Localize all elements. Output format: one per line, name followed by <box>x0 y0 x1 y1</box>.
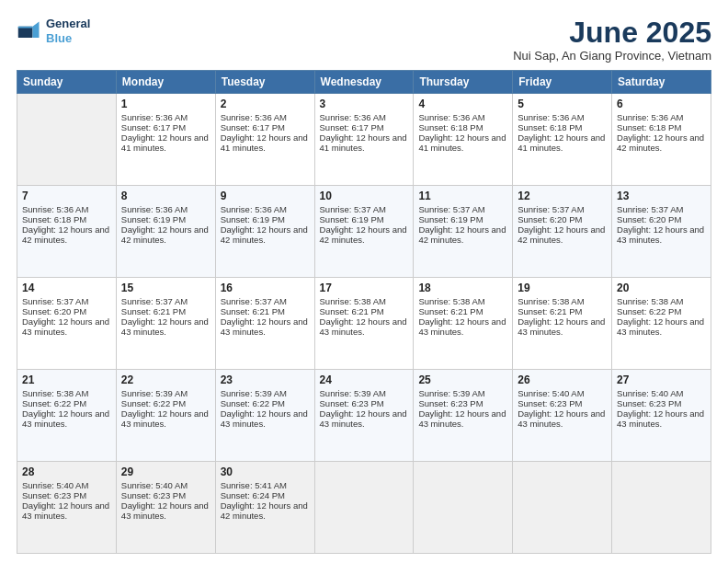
calendar-cell: 12Sunrise: 5:37 AMSunset: 6:20 PMDayligh… <box>513 186 612 278</box>
calendar-cell <box>612 462 711 554</box>
calendar-cell: 27Sunrise: 5:40 AMSunset: 6:23 PMDayligh… <box>612 370 711 462</box>
calendar-cell: 9Sunrise: 5:36 AMSunset: 6:19 PMDaylight… <box>215 186 314 278</box>
col-header-thursday: Thursday <box>414 71 513 94</box>
day-number: 1 <box>121 98 210 110</box>
sunset-text: Sunset: 6:19 PM <box>221 214 310 224</box>
sunrise-text: Sunrise: 5:37 AM <box>418 204 507 214</box>
calendar-cell: 1Sunrise: 5:36 AMSunset: 6:17 PMDaylight… <box>116 94 215 186</box>
calendar-cell: 29Sunrise: 5:40 AMSunset: 6:23 PMDayligh… <box>116 462 215 554</box>
daylight-text: Daylight: 12 hours and 43 minutes. <box>22 408 111 429</box>
daylight-text: Daylight: 12 hours and 43 minutes. <box>22 500 111 521</box>
title-block: June 2025 Nui Sap, An Giang Province, Vi… <box>513 17 711 63</box>
day-number: 5 <box>518 98 607 110</box>
logo-text: General Blue <box>46 17 90 45</box>
day-number: 14 <box>22 282 111 294</box>
sunset-text: Sunset: 6:20 PM <box>518 214 607 224</box>
sunrise-text: Sunrise: 5:36 AM <box>518 112 607 122</box>
sunrise-text: Sunrise: 5:40 AM <box>617 388 706 398</box>
sunrise-text: Sunrise: 5:39 AM <box>121 388 210 398</box>
sunset-text: Sunset: 6:23 PM <box>418 398 507 408</box>
day-number: 8 <box>121 190 210 202</box>
daylight-text: Daylight: 12 hours and 42 minutes. <box>320 224 409 245</box>
sunset-text: Sunset: 6:21 PM <box>418 306 507 316</box>
col-header-sunday: Sunday <box>17 71 117 94</box>
main-title: June 2025 <box>513 17 711 49</box>
sunrise-text: Sunrise: 5:39 AM <box>320 388 409 398</box>
calendar-cell: 17Sunrise: 5:38 AMSunset: 6:21 PMDayligh… <box>314 278 414 370</box>
day-number: 25 <box>418 373 507 386</box>
header: General Blue June 2025 Nui Sap, An Giang… <box>17 17 711 63</box>
sunset-text: Sunset: 6:24 PM <box>221 490 310 500</box>
day-number: 30 <box>221 465 310 478</box>
sunset-text: Sunset: 6:17 PM <box>320 122 409 132</box>
sunset-text: Sunset: 6:22 PM <box>617 306 706 316</box>
daylight-text: Daylight: 12 hours and 43 minutes. <box>418 316 507 337</box>
daylight-text: Daylight: 12 hours and 43 minutes. <box>320 408 409 429</box>
sunset-text: Sunset: 6:22 PM <box>221 398 310 408</box>
day-number: 21 <box>22 373 111 386</box>
sunrise-text: Sunrise: 5:39 AM <box>221 388 310 398</box>
day-number: 24 <box>320 373 409 386</box>
sunset-text: Sunset: 6:23 PM <box>320 398 409 408</box>
col-header-wednesday: Wednesday <box>314 71 414 94</box>
daylight-text: Daylight: 12 hours and 42 minutes. <box>518 224 607 245</box>
day-number: 17 <box>320 282 409 294</box>
day-number: 4 <box>418 98 507 110</box>
daylight-text: Daylight: 12 hours and 41 minutes. <box>320 132 409 153</box>
sunset-text: Sunset: 6:20 PM <box>22 306 111 316</box>
sunrise-text: Sunrise: 5:36 AM <box>221 204 310 214</box>
day-number: 2 <box>221 98 310 110</box>
calendar-cell: 20Sunrise: 5:38 AMSunset: 6:22 PMDayligh… <box>612 278 711 370</box>
week-row-4: 21Sunrise: 5:38 AMSunset: 6:22 PMDayligh… <box>17 370 711 462</box>
day-number: 9 <box>221 190 310 202</box>
col-header-saturday: Saturday <box>612 71 711 94</box>
sunrise-text: Sunrise: 5:38 AM <box>518 296 607 306</box>
logo-icon <box>17 18 42 44</box>
calendar-cell <box>513 462 612 554</box>
day-number: 11 <box>418 190 507 202</box>
calendar-cell: 25Sunrise: 5:39 AMSunset: 6:23 PMDayligh… <box>414 370 513 462</box>
daylight-text: Daylight: 12 hours and 43 minutes. <box>617 408 706 429</box>
sunrise-text: Sunrise: 5:37 AM <box>22 296 111 306</box>
col-header-monday: Monday <box>116 71 215 94</box>
calendar-cell <box>17 94 117 186</box>
daylight-text: Daylight: 12 hours and 42 minutes. <box>221 224 310 245</box>
col-header-friday: Friday <box>513 71 612 94</box>
daylight-text: Daylight: 12 hours and 41 minutes. <box>121 132 210 153</box>
sunrise-text: Sunrise: 5:36 AM <box>22 204 111 214</box>
calendar-cell: 10Sunrise: 5:37 AMSunset: 6:19 PMDayligh… <box>314 186 414 278</box>
sunset-text: Sunset: 6:23 PM <box>22 490 111 500</box>
sunset-text: Sunset: 6:18 PM <box>518 122 607 132</box>
daylight-text: Daylight: 12 hours and 43 minutes. <box>320 316 409 337</box>
page: General Blue June 2025 Nui Sap, An Giang… <box>0 0 728 563</box>
sunset-text: Sunset: 6:23 PM <box>121 490 210 500</box>
calendar-cell: 16Sunrise: 5:37 AMSunset: 6:21 PMDayligh… <box>215 278 314 370</box>
day-number: 29 <box>121 465 210 478</box>
calendar-cell: 7Sunrise: 5:36 AMSunset: 6:18 PMDaylight… <box>17 186 117 278</box>
sunset-text: Sunset: 6:23 PM <box>518 398 607 408</box>
sunrise-text: Sunrise: 5:40 AM <box>121 480 210 490</box>
sunset-text: Sunset: 6:23 PM <box>617 398 706 408</box>
sunset-text: Sunset: 6:19 PM <box>320 214 409 224</box>
sunset-text: Sunset: 6:18 PM <box>418 122 507 132</box>
calendar-cell: 5Sunrise: 5:36 AMSunset: 6:18 PMDaylight… <box>513 94 612 186</box>
daylight-text: Daylight: 12 hours and 43 minutes. <box>418 408 507 429</box>
sunset-text: Sunset: 6:19 PM <box>121 214 210 224</box>
svg-rect-0 <box>18 26 33 37</box>
week-row-1: 1Sunrise: 5:36 AMSunset: 6:17 PMDaylight… <box>17 94 711 186</box>
daylight-text: Daylight: 12 hours and 42 minutes. <box>22 224 111 245</box>
subtitle: Nui Sap, An Giang Province, Vietnam <box>513 49 711 63</box>
sunrise-text: Sunrise: 5:38 AM <box>418 296 507 306</box>
svg-marker-1 <box>33 21 40 38</box>
sunset-text: Sunset: 6:17 PM <box>221 122 310 132</box>
col-header-tuesday: Tuesday <box>215 71 314 94</box>
calendar-cell: 14Sunrise: 5:37 AMSunset: 6:20 PMDayligh… <box>17 278 117 370</box>
calendar-cell: 8Sunrise: 5:36 AMSunset: 6:19 PMDaylight… <box>116 186 215 278</box>
calendar-cell: 26Sunrise: 5:40 AMSunset: 6:23 PMDayligh… <box>513 370 612 462</box>
sunrise-text: Sunrise: 5:36 AM <box>121 204 210 214</box>
sunrise-text: Sunrise: 5:38 AM <box>617 296 706 306</box>
sunrise-text: Sunrise: 5:36 AM <box>617 112 706 122</box>
day-number: 23 <box>221 373 310 386</box>
calendar-cell: 15Sunrise: 5:37 AMSunset: 6:21 PMDayligh… <box>116 278 215 370</box>
calendar-cell: 4Sunrise: 5:36 AMSunset: 6:18 PMDaylight… <box>414 94 513 186</box>
